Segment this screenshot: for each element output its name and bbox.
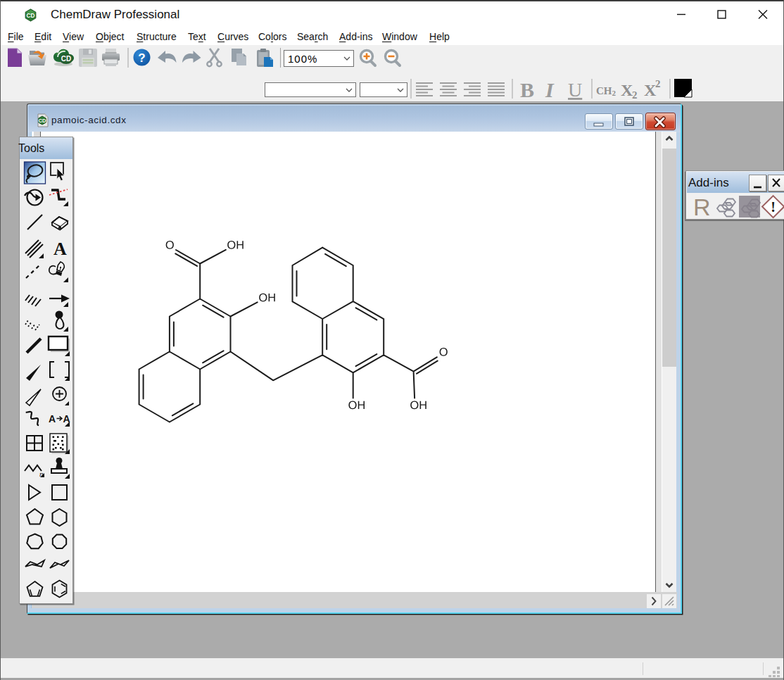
- svg-text:CH: CH: [596, 85, 612, 96]
- svg-text:?: ?: [138, 51, 145, 65]
- svg-text:2: 2: [632, 89, 638, 101]
- svg-text:2: 2: [655, 78, 661, 89]
- svg-text:R: R: [693, 194, 711, 220]
- svg-text:CD: CD: [61, 55, 71, 63]
- svg-text:I: I: [545, 78, 555, 101]
- svg-text:!: !: [771, 199, 776, 215]
- svg-text:U: U: [568, 79, 582, 101]
- svg-text:2: 2: [612, 89, 617, 97]
- svg-text:CD: CD: [27, 13, 35, 19]
- svg-text:B: B: [520, 78, 534, 101]
- svg-text:A: A: [49, 413, 56, 424]
- svg-text:A: A: [53, 239, 67, 259]
- svg-text:CD: CD: [39, 118, 46, 124]
